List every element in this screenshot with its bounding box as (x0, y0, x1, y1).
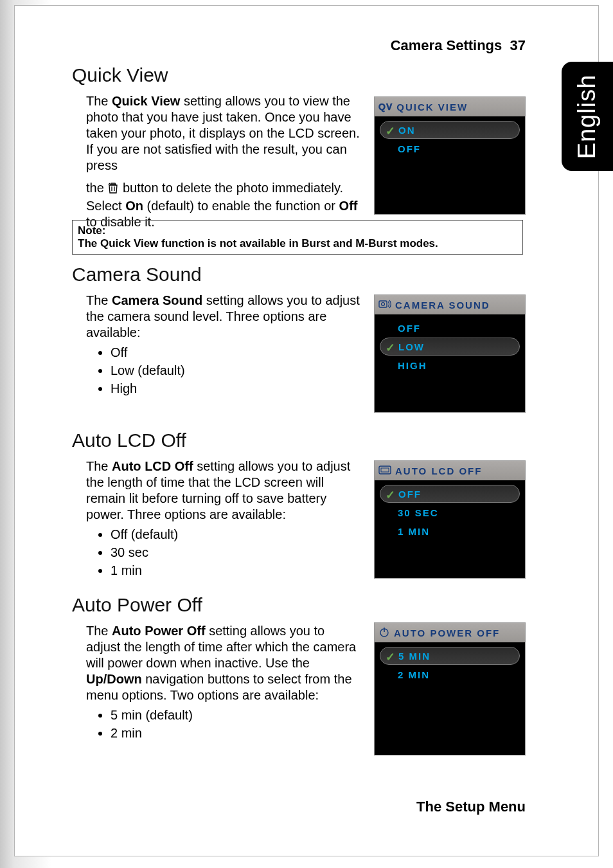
qv-prefix-icon: QV (378, 102, 393, 112)
note-label: Note: (78, 224, 517, 237)
auto-power-options: 5 min (default) 2 min (111, 706, 362, 742)
power-icon (378, 627, 394, 639)
language-tab-label: English (574, 74, 601, 159)
osd-option-30sec[interactable]: 30 SEC (380, 503, 520, 521)
osd-menu-quick-view: QV QUICK VIEW ✓ON OFF (374, 96, 526, 215)
check-icon: ✓ (386, 124, 396, 138)
osd-option-2min[interactable]: 2 MIN (380, 665, 520, 683)
svg-rect-0 (379, 301, 387, 307)
quick-view-paragraph-1: The Quick View setting allows you to vie… (86, 93, 362, 174)
page-footer: The Setup Menu (416, 799, 526, 815)
header-page-number: 37 (510, 37, 526, 53)
osd-option-off[interactable]: ✓OFF (380, 485, 520, 503)
list-item: 5 min (default) (111, 706, 362, 724)
heading-quick-view: Quick View (72, 64, 526, 86)
check-icon: ✓ (386, 650, 396, 664)
osd-option-low[interactable]: ✓LOW (380, 338, 520, 356)
svg-point-1 (382, 302, 385, 305)
osd-menu-auto-lcd: AUTO LCD OFF ✓OFF 30 SEC 1 MIN (374, 460, 526, 579)
note-text: The Quick View function is not available… (78, 237, 517, 250)
svg-rect-3 (381, 468, 389, 472)
list-item: High (111, 379, 362, 397)
camera-sound-paragraph: The Camera Sound setting allows you to a… (86, 293, 362, 341)
osd-menu-auto-power: AUTO POWER OFF ✓5 MIN 2 MIN (374, 622, 526, 755)
osd-option-off[interactable]: OFF (380, 319, 520, 337)
note-box: Note: The Quick View function is not ava… (72, 220, 523, 255)
osd-title-text: CAMERA SOUND (395, 300, 490, 311)
osd-title-camera-sound: CAMERA SOUND (375, 295, 525, 314)
osd-title-text: AUTO POWER OFF (394, 628, 500, 638)
auto-lcd-options: Off (default) 30 sec 1 min (111, 525, 362, 579)
lcd-icon (378, 466, 395, 476)
heading-auto-lcd-off: Auto LCD Off (72, 429, 526, 451)
osd-title-text: QUICK VIEW (396, 102, 468, 113)
list-item: Off (default) (111, 525, 362, 543)
language-tab: English (562, 62, 613, 171)
list-item: 30 sec (111, 543, 362, 561)
list-item: Off (111, 343, 362, 361)
osd-option-1min[interactable]: 1 MIN (380, 522, 520, 540)
osd-title-quick-view: QV QUICK VIEW (375, 97, 525, 116)
page-header: Camera Settings 37 (391, 37, 526, 54)
osd-option-on[interactable]: ✓ON (380, 121, 520, 139)
header-title: Camera Settings (391, 37, 502, 53)
osd-menu-camera-sound: CAMERA SOUND OFF ✓LOW HIGH (374, 294, 526, 413)
heading-auto-power-off: Auto Power Off (72, 594, 526, 615)
osd-title-auto-power: AUTO POWER OFF (375, 623, 525, 642)
auto-lcd-paragraph: The Auto LCD Off setting allows you to a… (86, 458, 362, 523)
list-item: 2 min (111, 724, 362, 742)
heading-camera-sound: Camera Sound (72, 264, 526, 285)
osd-option-5min[interactable]: ✓5 MIN (380, 647, 520, 665)
camera-sound-options: Off Low (default) High (111, 343, 362, 397)
osd-option-off[interactable]: OFF (380, 140, 520, 158)
footer-title: The Setup Menu (416, 799, 526, 815)
osd-title-auto-lcd: AUTO LCD OFF (375, 461, 525, 480)
osd-title-text: AUTO LCD OFF (395, 466, 482, 476)
check-icon: ✓ (386, 341, 396, 355)
camera-speaker-icon (378, 299, 395, 311)
osd-option-high[interactable]: HIGH (380, 356, 520, 374)
list-item: Low (default) (111, 361, 362, 379)
check-icon: ✓ (386, 488, 396, 502)
auto-power-paragraph: The Auto Power Off setting allows you to… (86, 623, 362, 703)
list-item: 1 min (111, 561, 362, 579)
trash-icon (107, 181, 119, 198)
